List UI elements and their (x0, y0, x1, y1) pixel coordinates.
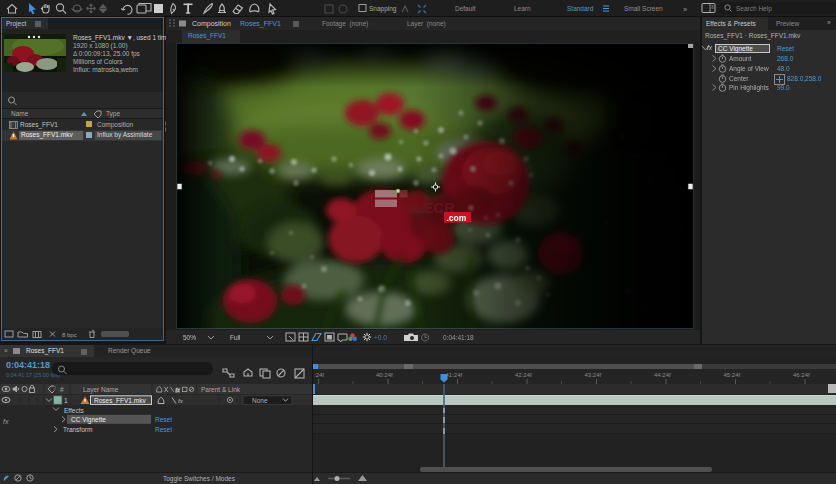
svg-text:Snapping: Snapping (369, 5, 397, 13)
svg-text:Layer Name: Layer Name (83, 386, 119, 394)
svg-text:None: None (252, 397, 268, 404)
svg-text:Parent & Link: Parent & Link (201, 386, 241, 393)
svg-text::24f: :24f (314, 372, 324, 378)
svg-text:Transform: Transform (63, 426, 92, 433)
svg-text:8 bpc: 8 bpc (62, 332, 77, 338)
svg-text:1: 1 (64, 397, 68, 404)
svg-text:Reset: Reset (155, 426, 172, 433)
svg-text:0:04:41:18: 0:04:41:18 (443, 334, 474, 341)
svg-text:.com: .com (447, 213, 467, 223)
svg-text:Small Screen: Small Screen (624, 5, 663, 12)
svg-text:+0.0: +0.0 (374, 334, 387, 341)
svg-text:fx: fx (3, 418, 9, 425)
svg-text:42:24f: 42:24f (515, 372, 532, 378)
svg-text:46:24f: 46:24f (793, 372, 810, 378)
svg-text:#: # (60, 386, 64, 393)
svg-text:45:24f: 45:24f (724, 372, 741, 378)
svg-text:Default: Default (455, 5, 476, 12)
svg-text:Full: Full (230, 334, 241, 341)
svg-text:Reset: Reset (155, 416, 172, 423)
svg-text:Search Help: Search Help (736, 5, 772, 13)
svg-text:44:24f: 44:24f (654, 372, 671, 378)
svg-text:Learn: Learn (514, 5, 531, 12)
svg-text:fx: fx (178, 398, 184, 404)
svg-text:CC Vignette: CC Vignette (71, 416, 106, 424)
svg-text:»: » (683, 5, 687, 14)
svg-text:43:24f: 43:24f (585, 372, 602, 378)
svg-text:Roses_FFV1.mkv: Roses_FFV1.mkv (94, 397, 146, 405)
svg-text:Effects: Effects (64, 407, 85, 414)
svg-text:Standard: Standard (567, 5, 594, 12)
svg-text:Toggle Switches / Modes: Toggle Switches / Modes (163, 475, 236, 483)
svg-text:fx: fx (176, 387, 181, 393)
svg-text:40:24f: 40:24f (376, 372, 393, 378)
svg-text:50%: 50% (183, 334, 196, 341)
